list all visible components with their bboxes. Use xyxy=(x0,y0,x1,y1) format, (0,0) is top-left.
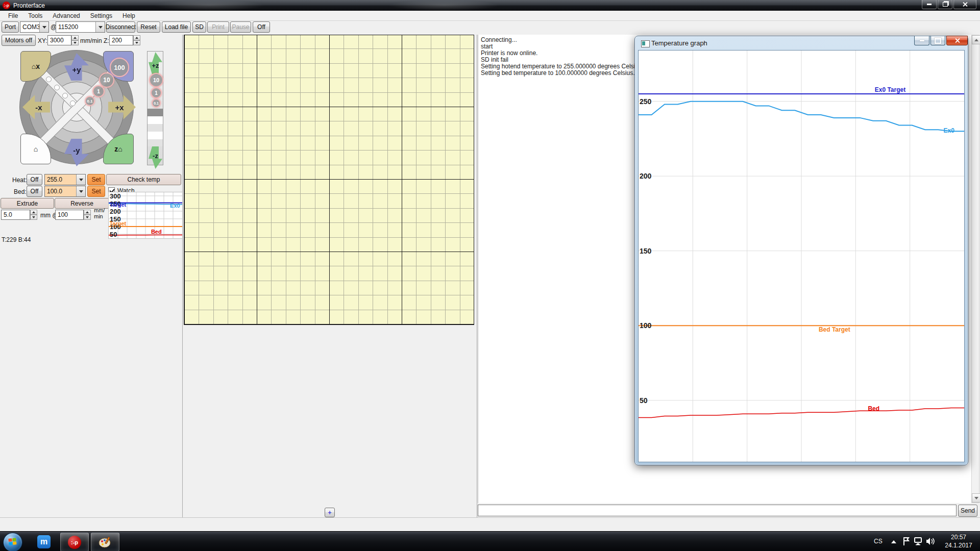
z-jog-column: +z 10 1 0.1 -z xyxy=(147,51,163,165)
menu-file[interactable]: File xyxy=(3,11,23,20)
graph-close-button[interactable] xyxy=(946,36,968,45)
sd-button[interactable]: SD xyxy=(192,21,206,33)
svg-text:150: 150 xyxy=(640,247,652,255)
paint-icon xyxy=(98,536,112,549)
extrude-speed-stepper[interactable] xyxy=(84,210,91,220)
window-titlebar[interactable]: :-p Pronterface xyxy=(0,0,980,11)
language-indicator[interactable]: CS xyxy=(874,538,883,545)
maxthon-icon: m xyxy=(37,535,51,548)
scroll-up-icon[interactable] xyxy=(972,35,980,44)
off-button[interactable]: Off xyxy=(253,21,270,33)
home-icon: ⌂ xyxy=(34,145,38,153)
load-file-button[interactable]: Load file xyxy=(162,21,191,33)
jog-step-1[interactable]: 1 xyxy=(92,85,105,97)
port-select[interactable]: COM3 xyxy=(20,21,49,33)
svg-text:Bed: Bed xyxy=(151,229,162,235)
svg-text:50: 50 xyxy=(640,396,648,405)
unit-mm-label: mm/ xyxy=(94,207,105,213)
svg-text:300: 300 xyxy=(110,192,121,200)
pause-button: Pause xyxy=(230,21,251,33)
z-step-01[interactable]: 0.1 xyxy=(152,98,161,108)
clock[interactable]: 20:57 24.1.2017 xyxy=(940,533,977,550)
build-plate-view[interactable] xyxy=(184,35,474,325)
z-step-1[interactable]: 1 xyxy=(151,87,162,98)
jog-step-100[interactable]: 100 xyxy=(110,58,129,77)
heat-off-button[interactable]: Off xyxy=(27,174,42,185)
unit-min-label: min xyxy=(94,213,103,219)
port-button[interactable]: Port xyxy=(2,21,19,33)
motors-off-button[interactable]: Motors off xyxy=(2,35,36,46)
dropdown-arrow-icon[interactable] xyxy=(76,186,85,196)
extrude-button[interactable]: Extrude xyxy=(1,198,54,209)
titlebar-glass-highlight xyxy=(388,0,500,11)
scroll-down-icon[interactable] xyxy=(972,493,980,503)
chart-window-icon xyxy=(641,40,650,47)
minimize-button[interactable] xyxy=(922,0,937,9)
xy-feedrate-stepper[interactable] xyxy=(71,35,79,45)
expand-view-button[interactable]: + xyxy=(325,508,335,517)
speaker-icon[interactable] xyxy=(926,537,935,545)
z-step-row[interactable] xyxy=(148,124,163,132)
graph-minimize-button[interactable] xyxy=(914,36,929,45)
z-feed-label: mm/min Z: xyxy=(80,37,109,44)
bed-set-button[interactable]: Set xyxy=(87,186,105,197)
baud-select[interactable]: 115200 xyxy=(56,21,105,33)
z-feedrate-stepper[interactable] xyxy=(133,35,140,45)
titlebar-glass-highlight xyxy=(153,0,265,11)
restore-button[interactable] xyxy=(938,0,952,9)
reset-button[interactable]: Reset xyxy=(137,21,160,33)
clock-date: 24.1.2017 xyxy=(940,541,977,549)
gcode-command-input[interactable] xyxy=(478,505,957,516)
taskbar-paint-button[interactable] xyxy=(91,533,119,551)
bed-off-button[interactable]: Off xyxy=(27,186,42,197)
menu-tools[interactable]: Tools xyxy=(23,11,47,20)
network-icon[interactable] xyxy=(914,537,924,545)
z-step-row[interactable] xyxy=(148,132,163,139)
graph-maximize-button[interactable] xyxy=(930,36,945,45)
check-temp-button[interactable]: Check temp xyxy=(106,174,181,185)
start-button[interactable] xyxy=(3,533,22,551)
send-button[interactable]: Send xyxy=(958,505,977,517)
extrude-length-input[interactable]: 5.0 xyxy=(1,210,30,220)
panel-separator xyxy=(477,35,477,517)
dropdown-arrow-icon[interactable] xyxy=(95,22,105,32)
taskbar-maxthon-button[interactable]: m xyxy=(31,533,57,550)
z-step-10[interactable]: 10 xyxy=(149,73,163,87)
jog-plus-z-button[interactable]: +z xyxy=(149,52,162,74)
dropdown-arrow-icon[interactable] xyxy=(39,22,48,32)
show-hidden-icons-icon[interactable] xyxy=(891,540,896,543)
action-center-flag-icon[interactable] xyxy=(902,537,911,546)
jog-step-01[interactable]: 0.1 xyxy=(85,96,95,106)
heat-set-button[interactable]: Set xyxy=(87,174,105,185)
menu-advanced[interactable]: Advanced xyxy=(47,11,85,20)
dropdown-arrow-icon[interactable] xyxy=(76,174,85,185)
restore-icon xyxy=(943,2,948,7)
jog-dot xyxy=(70,101,76,106)
extrude-length-stepper[interactable] xyxy=(30,210,37,220)
z-feedrate-input[interactable]: 200 xyxy=(109,35,133,45)
window-title: Pronterface xyxy=(13,2,45,9)
mini-temperature-chart: 30025020015010050TargetEx0TargetBed xyxy=(108,192,183,239)
temperature-graph-window[interactable]: Temperature graph 25020015010050Ex0 Targ… xyxy=(634,36,968,465)
disconnect-button[interactable]: Disconnect xyxy=(106,21,135,33)
extrude-speed-input[interactable]: 100 xyxy=(55,210,84,220)
bed-temp-select[interactable]: 100.0 xyxy=(44,186,86,197)
z-step-row[interactable] xyxy=(148,139,163,146)
xy-feedrate-input[interactable]: 3000 xyxy=(47,35,71,45)
log-scrollbar[interactable] xyxy=(971,35,979,503)
heat-temp-select[interactable]: 255.0 xyxy=(44,174,86,185)
jog-minus-z-button[interactable]: -z xyxy=(149,146,162,169)
jog-dot xyxy=(62,93,68,98)
taskbar: m :-p CS 20:57 24.1.2017 xyxy=(0,531,980,551)
svg-text:Bed Target: Bed Target xyxy=(819,326,850,333)
z-step-row[interactable] xyxy=(148,116,163,124)
menu-help[interactable]: Help xyxy=(117,11,140,20)
z-step-row[interactable] xyxy=(148,109,163,116)
close-button[interactable] xyxy=(953,0,976,9)
menu-settings[interactable]: Settings xyxy=(85,11,117,20)
print-button: Print xyxy=(207,21,229,33)
svg-text:Target: Target xyxy=(109,220,126,227)
taskbar-pronterface-button[interactable]: :-p xyxy=(60,533,89,551)
svg-text:Ex0 Target: Ex0 Target xyxy=(875,86,905,93)
status-strip xyxy=(0,517,980,531)
